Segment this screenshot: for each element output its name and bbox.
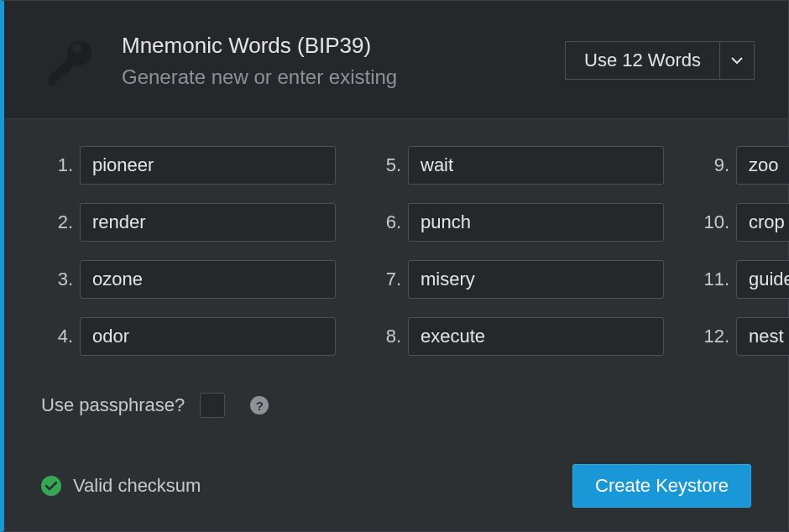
word-input-12[interactable] xyxy=(736,317,789,356)
word-input-10[interactable] xyxy=(736,203,789,242)
header-text: Mnemonic Words (BIP39) Generate new or e… xyxy=(122,33,548,89)
word-row: 9. xyxy=(698,146,789,185)
valid-check-icon xyxy=(41,476,61,496)
mnemonic-dialog: Mnemonic Words (BIP39) Generate new or e… xyxy=(0,0,789,532)
word-number: 6. xyxy=(369,211,408,233)
word-input-2[interactable] xyxy=(80,203,336,242)
word-row: 5. xyxy=(369,146,664,185)
word-row: 10. xyxy=(698,203,789,242)
word-row: 4. xyxy=(41,317,336,356)
word-input-11[interactable] xyxy=(736,260,789,299)
passphrase-row: Use passphrase? ? xyxy=(41,393,751,418)
chevron-down-icon xyxy=(731,57,743,64)
word-row: 1. xyxy=(41,146,336,185)
word-number: 5. xyxy=(369,154,408,176)
word-count-label[interactable]: Use 12 Words xyxy=(565,41,719,80)
help-icon[interactable]: ? xyxy=(250,396,269,415)
word-input-5[interactable] xyxy=(408,146,664,185)
word-number: 12. xyxy=(698,326,736,347)
word-input-1[interactable] xyxy=(80,146,336,185)
word-row: 6. xyxy=(369,203,664,242)
word-row: 12. xyxy=(698,317,789,356)
dialog-subtitle: Generate new or enter existing xyxy=(122,65,548,89)
word-input-4[interactable] xyxy=(80,317,336,356)
word-count-dropdown-toggle[interactable] xyxy=(719,41,755,80)
word-input-6[interactable] xyxy=(408,203,664,242)
word-input-7[interactable] xyxy=(408,260,664,299)
checksum-status-label: Valid checksum xyxy=(73,475,201,497)
passphrase-label: Use passphrase? xyxy=(41,394,185,416)
word-number: 4. xyxy=(41,326,80,347)
word-number: 3. xyxy=(41,269,80,290)
passphrase-checkbox[interactable] xyxy=(200,393,225,418)
key-icon xyxy=(38,31,122,90)
word-input-9[interactable] xyxy=(736,146,789,185)
word-number: 9. xyxy=(698,154,736,176)
word-row: 2. xyxy=(41,203,336,242)
dialog-footer: Valid checksum Create Keystore xyxy=(41,439,751,508)
word-row: 8. xyxy=(369,317,664,356)
word-input-3[interactable] xyxy=(80,260,336,299)
word-number: 8. xyxy=(369,326,408,347)
word-number: 2. xyxy=(41,211,80,233)
word-input-8[interactable] xyxy=(408,317,664,356)
word-row: 7. xyxy=(369,260,664,299)
dialog-header: Mnemonic Words (BIP39) Generate new or e… xyxy=(4,1,788,119)
word-number: 7. xyxy=(369,269,408,290)
dialog-body: 1. 2. 3. 4. 5. 6. xyxy=(4,119,788,531)
word-number: 11. xyxy=(698,269,736,290)
mnemonic-grid: 1. 2. 3. 4. 5. 6. xyxy=(41,146,751,356)
word-number: 1. xyxy=(41,154,80,176)
word-number: 10. xyxy=(698,211,736,233)
checksum-status: Valid checksum xyxy=(41,475,201,497)
word-count-selector[interactable]: Use 12 Words xyxy=(565,41,755,80)
dialog-title: Mnemonic Words (BIP39) xyxy=(122,33,548,59)
word-row: 3. xyxy=(41,260,336,299)
create-keystore-button[interactable]: Create Keystore xyxy=(572,464,751,508)
word-row: 11. xyxy=(698,260,789,299)
